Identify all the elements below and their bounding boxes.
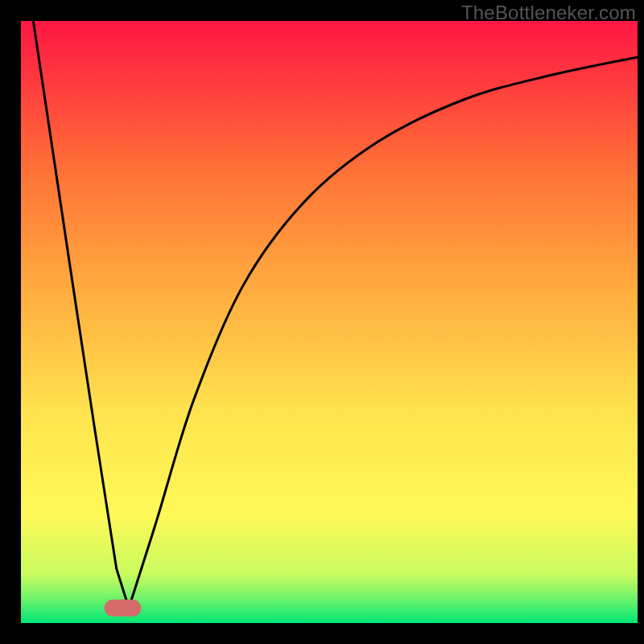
gradient-background (21, 21, 638, 623)
marker-group (104, 600, 141, 617)
plot-area (21, 21, 638, 623)
chart-frame: TheBottleneker.com (0, 0, 644, 644)
chart-svg (21, 21, 638, 623)
optimum-marker (104, 600, 141, 617)
